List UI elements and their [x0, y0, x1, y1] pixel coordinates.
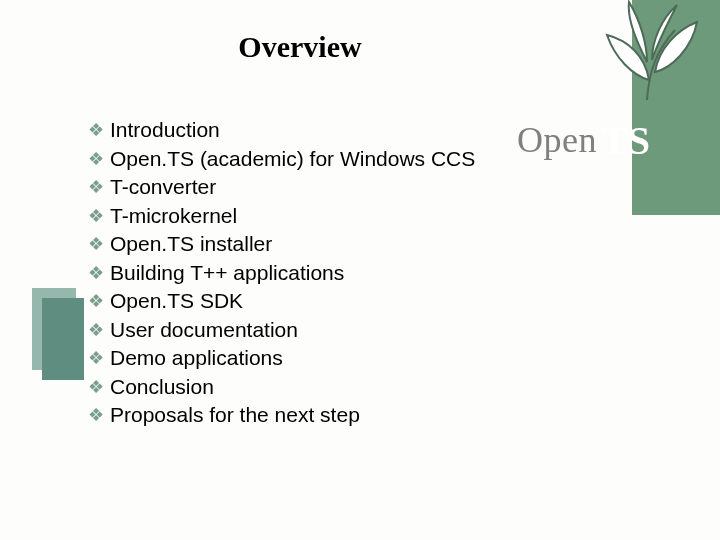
diamond-bullet-icon: ❖ — [88, 259, 104, 288]
list-item: ❖T-converter — [88, 173, 538, 202]
list-item-label: Open.TS installer — [110, 230, 272, 259]
list-item-label: T-converter — [110, 173, 216, 202]
slide-title: Overview — [0, 30, 600, 64]
list-item: ❖Open.TS (academic) for Windows CCS — [88, 145, 538, 174]
diamond-bullet-icon: ❖ — [88, 202, 104, 231]
list-item-label: Proposals for the next step — [110, 401, 360, 430]
list-item-label: Conclusion — [110, 373, 214, 402]
diamond-bullet-icon: ❖ — [88, 230, 104, 259]
list-item: ❖Demo applications — [88, 344, 538, 373]
list-item: ❖Introduction — [88, 116, 538, 145]
list-item: ❖Open.TS SDK — [88, 287, 538, 316]
list-item-label: Building T++ applications — [110, 259, 344, 288]
list-item: ❖Proposals for the next step — [88, 401, 538, 430]
list-item: ❖User documentation — [88, 316, 538, 345]
list-item-label: Open.TS SDK — [110, 287, 243, 316]
list-item: ❖Open.TS installer — [88, 230, 538, 259]
diamond-bullet-icon: ❖ — [88, 344, 104, 373]
list-item-label: Open.TS (academic) for Windows CCS — [110, 145, 475, 174]
list-item: ❖Building T++ applications — [88, 259, 538, 288]
flower-icon — [577, 0, 717, 105]
accent-squares — [32, 288, 84, 380]
list-item-label: T-microkernel — [110, 202, 237, 231]
brand-sidebar — [632, 0, 720, 215]
diamond-bullet-icon: ❖ — [88, 116, 104, 145]
diamond-bullet-icon: ❖ — [88, 287, 104, 316]
list-item: ❖Conclusion — [88, 373, 538, 402]
diamond-bullet-icon: ❖ — [88, 173, 104, 202]
diamond-bullet-icon: ❖ — [88, 316, 104, 345]
overview-list: ❖Introduction ❖Open.TS (academic) for Wi… — [88, 116, 538, 430]
list-item-label: Demo applications — [110, 344, 283, 373]
diamond-bullet-icon: ❖ — [88, 401, 104, 430]
list-item-label: User documentation — [110, 316, 298, 345]
logo-ts-text: TS — [601, 117, 650, 164]
list-item-label: Introduction — [110, 116, 220, 145]
diamond-bullet-icon: ❖ — [88, 145, 104, 174]
diamond-bullet-icon: ❖ — [88, 373, 104, 402]
list-item: ❖T-microkernel — [88, 202, 538, 231]
